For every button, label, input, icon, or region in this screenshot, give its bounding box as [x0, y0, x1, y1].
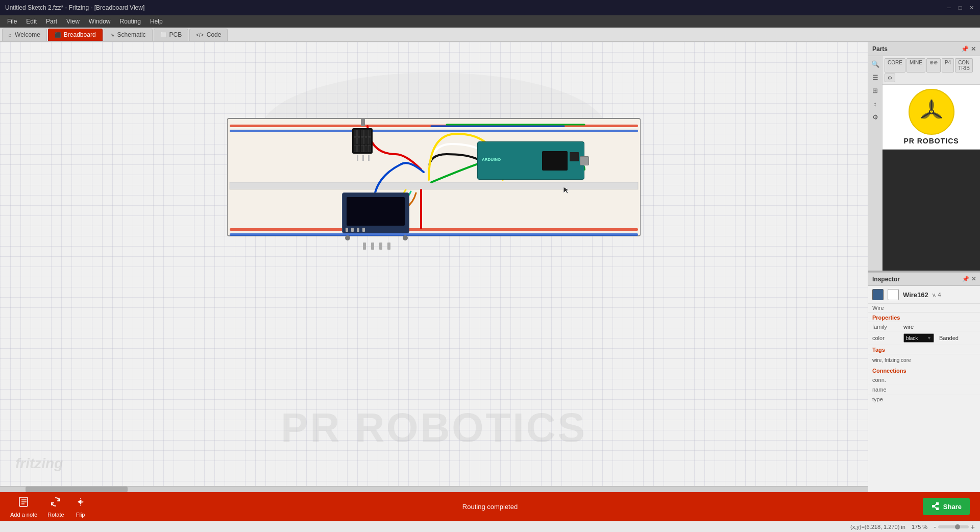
add-note-tool[interactable]: Add a note [10, 496, 37, 518]
menu-part[interactable]: Part [42, 17, 61, 26]
add-note-label: Add a note [10, 512, 37, 518]
svg-rect-19 [936, 507, 939, 510]
pcb-icon: ⬜ [160, 32, 166, 38]
parts-header: Parts 📌 ✕ [868, 42, 980, 56]
menu-window[interactable]: Window [85, 17, 115, 26]
rotate-tool[interactable]: Rotate [47, 496, 64, 518]
cat-tab-contrib[interactable]: CONTRIB [955, 58, 973, 72]
parts-grid-btn[interactable]: ⊞ [870, 85, 881, 96]
zoom-in-btn[interactable]: + [971, 523, 975, 531]
close-button[interactable]: ✕ [968, 4, 975, 11]
inspector-color-swatch-white [888, 289, 899, 300]
svg-line-21 [935, 506, 936, 509]
watermark-fritzing: fritzing [15, 455, 63, 472]
zoom-slider[interactable] [938, 525, 969, 528]
menu-edit[interactable]: Edit [22, 17, 41, 26]
inspector-type-label-2: type [872, 396, 900, 402]
horizontal-scrollbar[interactable] [0, 486, 868, 492]
parts-content: CORE MINE ⊕⊕ P4 CONTRIB ⚙ [883, 56, 980, 271]
inspector-banded-label: Banded [939, 335, 959, 341]
right-side-panel: Parts 📌 ✕ 🔍 ☰ ⊞ ↕ ⚙ [868, 42, 980, 492]
inspector-color-value: black [906, 335, 918, 341]
tab-code[interactable]: </> Code [189, 29, 228, 41]
inspector-tags: wire, fritzing core [868, 354, 980, 366]
inspector-conn-label: conn. [872, 377, 900, 383]
cat-tab-settings[interactable]: ⚙ [885, 74, 895, 82]
parts-settings-btn[interactable]: ⚙ [870, 111, 881, 123]
logo-area: PR ROBOTICS [883, 85, 980, 150]
inspector-version: v. 4 [933, 292, 941, 298]
inspector-type: Wire [868, 304, 980, 312]
inspector-family-value: wire [903, 324, 976, 330]
tab-schematic[interactable]: ∿ Schematic [104, 29, 153, 41]
tab-pcb[interactable]: ⬜ PCB [154, 29, 189, 41]
svg-rect-3 [230, 228, 638, 231]
zoom-slider-thumb[interactable] [955, 524, 960, 529]
inspector-properties-title: Properties [868, 312, 980, 322]
parts-inner: 🔍 ☰ ⊞ ↕ ⚙ CORE MINE ⊕⊕ P4 CONTRIB ⚙ [868, 56, 980, 271]
cat-tab-mine[interactable]: MINE [906, 58, 925, 72]
flip-tool[interactable]: Flip [75, 496, 87, 518]
status-bar-tools: Add a note Rotate Flip [10, 496, 87, 518]
oled-display [342, 192, 411, 254]
coordinates-xy: (x,y)=(6.218, 1.270) in [850, 524, 905, 530]
menu-file[interactable]: File [3, 17, 21, 26]
share-button[interactable]: Share [923, 498, 970, 515]
cat-tab-p4[interactable]: P4 [942, 58, 954, 72]
breadboard-svg [227, 103, 641, 261]
parts-sort-btn[interactable]: ↕ [870, 98, 881, 109]
svg-rect-5 [230, 182, 638, 189]
parts-pin-button[interactable]: 📌 [961, 45, 969, 53]
maximize-button[interactable]: □ [957, 4, 964, 11]
inspector-color-box[interactable]: black ▼ [903, 333, 934, 343]
menu-help[interactable]: Help [146, 17, 167, 26]
logo-circle [909, 89, 954, 135]
coordinates-zoom: 175 % [912, 524, 927, 530]
inspector-component-name: Wire162 [903, 291, 928, 299]
svg-rect-17 [932, 505, 935, 507]
flip-label: Flip [76, 512, 85, 518]
inspector-name-label: name [872, 386, 900, 393]
inspector-panel: Inspector 📌 ✕ Wire162 v. 4 Wire Properti… [868, 272, 980, 492]
breadboard-icon: ⬛ [55, 32, 61, 38]
parts-view-btn[interactable]: ☰ [870, 71, 881, 83]
tab-bar: ⌂ Welcome ⬛ Breadboard ∿ Schematic ⬜ PCB… [0, 28, 980, 42]
tab-welcome[interactable]: ⌂ Welcome [2, 29, 47, 41]
inspector-type-row: type [868, 395, 980, 404]
dht-sensor [352, 118, 374, 159]
inspector-tags-title: Tags [868, 345, 980, 354]
minimize-button[interactable]: ─ [945, 4, 952, 11]
zoom-controls: - + [934, 523, 975, 531]
inspector-color-row: color black ▼ Banded [868, 332, 980, 345]
watermark-brand: PR ROBOTICS [281, 404, 587, 451]
menu-view[interactable]: View [62, 17, 84, 26]
cat-tab-conn[interactable]: ⊕⊕ [926, 58, 941, 72]
parts-search-btn[interactable]: 🔍 [870, 58, 881, 69]
canvas-area[interactable]: fritzing PR ROBOTICS [0, 42, 868, 492]
arduino-nano: ARDUINO [477, 141, 587, 182]
share-label: Share [943, 503, 962, 511]
menu-bar: File Edit Part View Window Routing Help [0, 15, 980, 28]
parts-panel: Parts 📌 ✕ 🔍 ☰ ⊞ ↕ ⚙ [868, 42, 980, 272]
inspector-close-button[interactable]: ✕ [971, 276, 976, 282]
mouse-cursor [562, 186, 571, 194]
parts-toolbar: 🔍 ☰ ⊞ ↕ ⚙ [868, 56, 883, 271]
tab-breadboard[interactable]: ⬛ Breadboard [48, 29, 103, 41]
schematic-icon: ∿ [110, 32, 114, 38]
inspector-conn-row: conn. [868, 375, 980, 385]
parts-category-tabs: CORE MINE ⊕⊕ P4 CONTRIB ⚙ [883, 56, 980, 85]
inspector-family-label: family [872, 324, 900, 330]
menu-routing[interactable]: Routing [116, 17, 145, 26]
inspector-connections-title: Connections [868, 366, 980, 375]
inspector-color-swatch-blue [872, 289, 884, 300]
zoom-out-btn[interactable]: - [934, 523, 936, 531]
parts-close-button[interactable]: ✕ [971, 45, 976, 53]
inspector-color-dropdown[interactable]: ▼ [927, 335, 932, 341]
svg-line-20 [935, 504, 936, 506]
inspector-name-row: Wire162 v. 4 [868, 286, 980, 304]
inspector-title: Inspector [872, 276, 900, 283]
rotate-label: Rotate [47, 512, 64, 518]
cat-tab-core[interactable]: CORE [885, 58, 905, 72]
svg-rect-4 [230, 233, 638, 236]
inspector-pin-button[interactable]: 📌 [962, 276, 969, 282]
